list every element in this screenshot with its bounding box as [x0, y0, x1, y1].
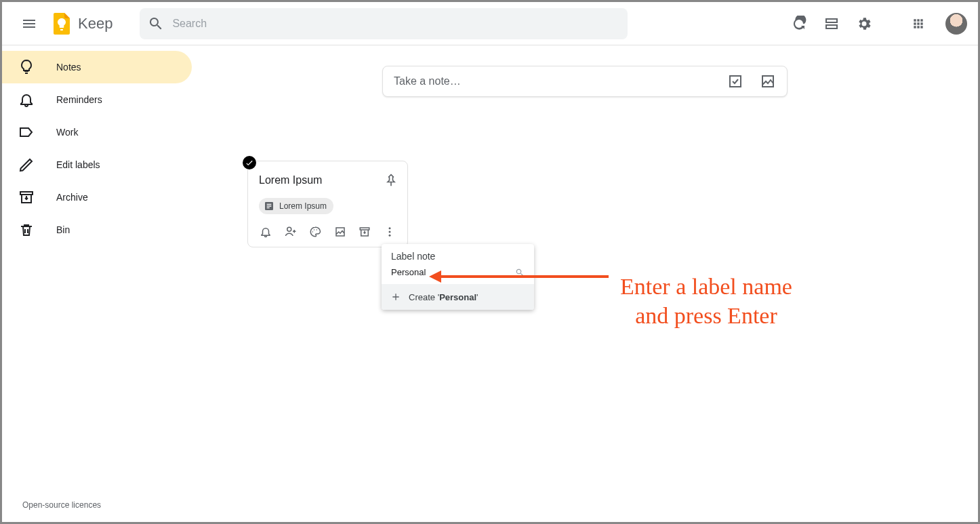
new-list-button[interactable] [727, 73, 743, 89]
more-vert-icon [384, 226, 396, 238]
chip-label: Lorem Ipsum [279, 201, 327, 211]
search-bar[interactable] [140, 8, 628, 39]
pencil-icon [18, 157, 35, 173]
sidebar-item-notes[interactable]: Notes [2, 51, 192, 83]
gear-icon [856, 16, 872, 32]
keep-logo-icon [48, 10, 75, 37]
collaborator-button[interactable] [284, 222, 298, 241]
image-icon [334, 226, 346, 238]
sidebar-item-label: Bin [56, 224, 70, 235]
reminder-icon [260, 226, 272, 238]
sidebar-item-label: Notes [56, 62, 81, 73]
apps-grid-icon [912, 17, 925, 31]
note-toolbar [259, 222, 396, 241]
app-logo: Keep [48, 10, 113, 37]
select-note-button[interactable] [243, 156, 256, 169]
label-name-input[interactable] [391, 267, 510, 277]
person-add-icon [285, 226, 297, 238]
app-name: Keep [78, 15, 113, 33]
palette-icon [309, 226, 321, 238]
sidebar: Notes Reminders Work Edit labels Archive [2, 45, 192, 522]
sidebar-item-label: Reminders [56, 94, 102, 105]
checkbox-icon [727, 73, 743, 89]
remind-me-button[interactable] [259, 222, 273, 241]
refresh-icon [791, 16, 807, 32]
trash-icon [18, 222, 35, 238]
account-avatar[interactable] [945, 13, 967, 35]
sidebar-item-work[interactable]: Work [2, 116, 192, 148]
sidebar-footer-link[interactable]: Open-source licences [2, 488, 192, 522]
add-image-button[interactable] [333, 222, 348, 241]
sidebar-item-edit-labels[interactable]: Edit labels [2, 148, 192, 181]
note-card[interactable]: Lorem Ipsum Lorem Ipsum [247, 161, 408, 247]
label-icon [18, 124, 35, 140]
apps-button[interactable] [905, 10, 932, 37]
svg-point-5 [388, 231, 390, 233]
svg-point-2 [314, 229, 315, 230]
main-menu-button[interactable] [13, 7, 45, 40]
sidebar-item-reminders[interactable]: Reminders [2, 83, 192, 116]
label-popup-title: Label note [382, 244, 534, 264]
svg-point-3 [317, 229, 318, 230]
header: Keep [2, 2, 978, 45]
refresh-button[interactable] [785, 10, 813, 37]
search-icon [148, 16, 164, 32]
sidebar-item-label: Edit labels [56, 159, 100, 170]
create-label-text: Create 'Personal' [409, 292, 478, 302]
pin-icon [384, 174, 398, 187]
image-icon [760, 73, 776, 89]
archive-button[interactable] [358, 222, 372, 241]
hamburger-icon [21, 16, 37, 32]
main-area: Take a note… [192, 45, 978, 522]
settings-button[interactable] [851, 10, 878, 37]
more-button[interactable] [383, 222, 397, 241]
sidebar-item-bin[interactable]: Bin [2, 214, 192, 246]
take-note-bar[interactable]: Take a note… [382, 66, 788, 97]
note-title: Lorem Ipsum [259, 174, 322, 186]
sidebar-item-label: Work [56, 127, 78, 138]
label-note-popup: Label note Create 'Personal' [382, 244, 534, 310]
list-view-button[interactable] [818, 10, 845, 37]
bulb-icon [18, 59, 35, 75]
bell-icon [18, 92, 35, 108]
background-options-button[interactable] [308, 222, 323, 241]
take-note-placeholder: Take a note… [394, 75, 719, 87]
create-label-button[interactable]: Create 'Personal' [382, 284, 534, 310]
archive-icon [359, 226, 371, 238]
archive-icon [18, 189, 35, 205]
new-image-note-button[interactable] [760, 73, 776, 89]
svg-point-4 [388, 227, 390, 229]
note-chip-icon [263, 200, 275, 212]
svg-point-1 [312, 231, 314, 233]
pin-button[interactable] [380, 169, 402, 191]
search-input[interactable] [172, 18, 619, 30]
svg-point-6 [388, 235, 390, 237]
sidebar-item-label: Archive [56, 192, 88, 203]
header-actions [785, 10, 967, 37]
check-icon [245, 158, 254, 167]
plus-icon [390, 291, 402, 303]
label-chip[interactable]: Lorem Ipsum [259, 198, 333, 214]
sidebar-item-archive[interactable]: Archive [2, 181, 192, 214]
search-icon [515, 268, 525, 277]
list-view-icon [823, 16, 840, 32]
